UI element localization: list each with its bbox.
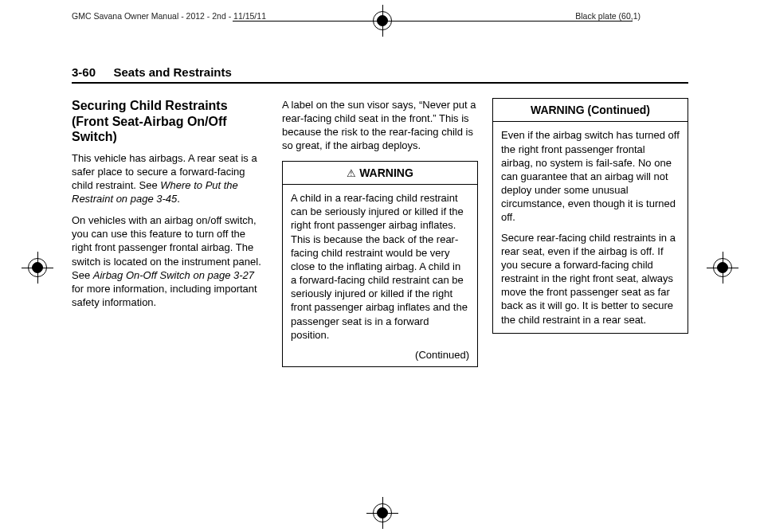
section-title: Seats and Restraints	[113, 65, 231, 79]
column-2: A label on the sun visor says, “Never pu…	[282, 98, 478, 367]
print-header-left: GMC Savana Owner Manual - 2012 - 2nd - 1…	[72, 11, 266, 21]
column-3: WARNING (Continued) Even if the airbag s…	[492, 98, 688, 367]
registration-mark-icon	[371, 502, 394, 524]
warning-text: Even if the airbag switch has turned off…	[501, 128, 680, 224]
body-paragraph: A label on the sun visor says, “Never pu…	[282, 98, 478, 153]
registration-mark-icon	[711, 256, 734, 279]
columns: Securing Child Restraints (Front Seat-Ai…	[72, 98, 688, 367]
cross-reference: Airbag On-Off Switch on page 3-27	[93, 269, 254, 281]
column-1: Securing Child Restraints (Front Seat-Ai…	[72, 98, 268, 367]
registration-mark-icon	[371, 10, 394, 32]
warning-box: ⚠WARNING A child in a rear-facing child …	[282, 161, 478, 367]
print-header-right: Black plate (60,1)	[575, 11, 641, 21]
warning-triangle-icon: ⚠	[347, 166, 356, 180]
body-text: .	[177, 193, 180, 205]
warning-body: Even if the airbag switch has turned off…	[493, 122, 688, 332]
section-header: 3-60 Seats and Restraints	[72, 65, 688, 84]
warning-text: A child in a rear-facing child restraint…	[291, 191, 469, 342]
warning-text: Secure rear-facing child restraints in a…	[501, 231, 680, 327]
warning-heading: ⚠WARNING	[283, 162, 477, 185]
body-text: for more information, including importan…	[72, 283, 257, 308]
topic-heading: Securing Child Restraints (Front Seat-Ai…	[72, 98, 268, 145]
warning-label: WARNING (Continued)	[531, 104, 650, 116]
body-paragraph: This vehicle has airbags. A rear seat is…	[72, 151, 268, 206]
warning-box-continued: WARNING (Continued) Even if the airbag s…	[492, 98, 688, 334]
warning-continued: (Continued)	[283, 348, 477, 366]
warning-body: A child in a rear-facing child restraint…	[283, 185, 477, 348]
body-paragraph: On vehicles with an airbag on/off switch…	[72, 213, 268, 309]
page-content: 3-60 Seats and Restraints Securing Child…	[72, 65, 688, 367]
registration-mark-icon	[26, 256, 49, 279]
warning-label: WARNING	[359, 166, 413, 179]
warning-heading: WARNING (Continued)	[493, 99, 688, 122]
crop-line	[233, 21, 633, 22]
page-number: 3-60	[72, 65, 96, 79]
